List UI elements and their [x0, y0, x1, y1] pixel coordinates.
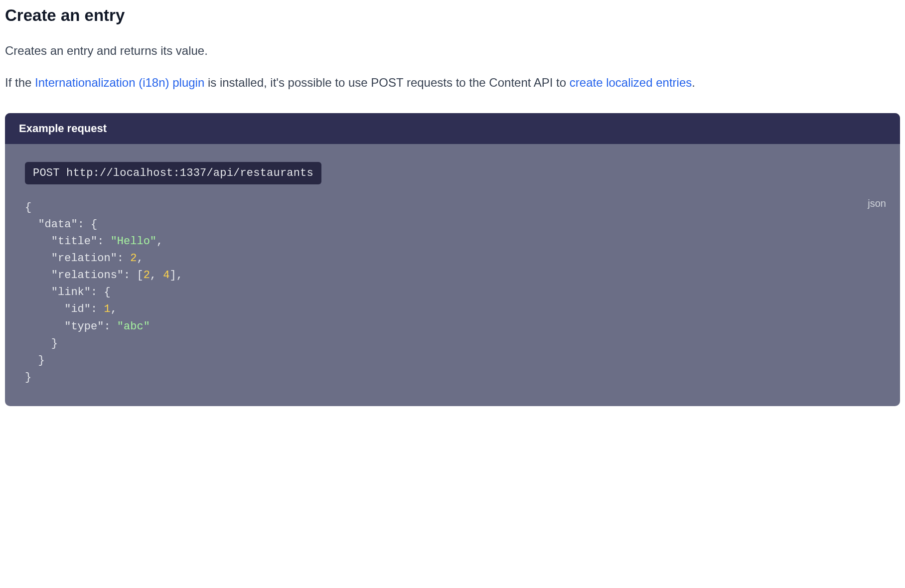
- code-token: "type": [64, 320, 104, 333]
- code-token: : {: [78, 218, 98, 231]
- code-token: :: [117, 252, 130, 265]
- code-token: : {: [91, 286, 111, 298]
- code-line: }: [25, 371, 31, 384]
- panel-title: Example request: [5, 113, 900, 144]
- description-paragraph: If the Internationalization (i18n) plugi…: [5, 72, 900, 93]
- i18n-plugin-link[interactable]: Internationalization (i18n) plugin: [35, 76, 204, 89]
- example-request-panel: Example request POST http://localhost:13…: [5, 113, 900, 406]
- text-fragment: .: [692, 76, 695, 89]
- code-block[interactable]: { "data": { "title": "Hello", "relation"…: [25, 199, 880, 386]
- code-token: "link": [51, 286, 91, 298]
- text-fragment: If the: [5, 76, 35, 89]
- code-token: "relations": [51, 269, 124, 282]
- code-line: }: [25, 337, 58, 350]
- panel-body: POST http://localhost:1337/api/restauran…: [5, 144, 900, 406]
- code-token: 1: [104, 303, 110, 315]
- code-token: :: [104, 320, 117, 333]
- code-line: }: [25, 354, 45, 367]
- endpoint-pill: POST http://localhost:1337/api/restauran…: [25, 162, 321, 184]
- intro-paragraph: Creates an entry and returns its value.: [5, 40, 900, 61]
- code-token: ,: [111, 303, 117, 315]
- text-fragment: is installed, it's possible to use POST …: [204, 76, 570, 89]
- language-label: json: [868, 198, 886, 209]
- code-token: ,: [150, 269, 163, 282]
- code-token: "Hello": [111, 235, 156, 248]
- code-token: "data": [38, 218, 77, 231]
- code-token: :: [91, 303, 104, 315]
- code-token: ,: [137, 252, 143, 265]
- code-token: ,: [156, 235, 163, 248]
- code-token: 2: [130, 252, 137, 265]
- code-token: : [: [124, 269, 144, 282]
- code-token: ],: [169, 269, 182, 282]
- code-token: 4: [163, 269, 169, 282]
- section-heading: Create an entry: [5, 5, 900, 26]
- code-token: "abc": [117, 320, 150, 333]
- code-token: "title": [51, 235, 97, 248]
- code-token: 2: [144, 269, 150, 282]
- code-line: {: [25, 201, 31, 214]
- code-token: "id": [64, 303, 91, 315]
- code-token: "relation": [51, 252, 117, 265]
- create-localized-entries-link[interactable]: create localized entries: [570, 76, 692, 89]
- code-token: :: [97, 235, 110, 248]
